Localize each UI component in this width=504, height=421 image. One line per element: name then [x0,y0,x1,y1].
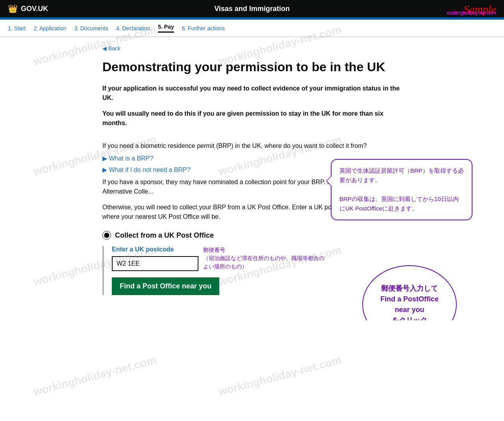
postcode-section: Enter a UK postcode 郵便番号 （宿泊施設など滞在住所のものや… [102,246,402,295]
jp-tooltip-line2: BRPの収集は、英国に到着してから10日以内にUK PostOfficeに赴きま… [339,194,464,213]
jp-speech-line2: Find a PostOffice [380,294,439,305]
tab-declaration[interactable]: 4. Declaration [116,25,150,31]
content-wrapper: ◀ Back Demonstrating your permission to … [102,45,402,295]
crown-icon: 👑 [8,4,18,13]
jp-speech-line1: 郵便番号入力して [381,283,438,294]
brp-question: If you need a biometric residence permit… [102,141,402,151]
jp-tooltip-bubble: 英国で生体認証居留許可（BRP）を取得する必要があります。 BRPの収集は、英国… [331,159,472,220]
jp-tooltip-line1: 英国で生体認証居留許可（BRP）を取得する必要があります。 [339,166,464,185]
back-label: Back [108,45,120,52]
back-arrow: ◀ [102,45,107,52]
jp-postcode-note: 郵便番号 （宿泊施設など滞在住所のものや、職場等都合のよい場所のもの） [203,246,329,271]
find-post-office-button[interactable]: Find a Post Office near you [112,277,219,295]
gov-logo: 👑 GOV.UK [8,4,48,13]
intro-paragraph-2: You will usually need to do this if you … [102,109,402,128]
gov-logo-text: GOV.UK [21,5,48,13]
header-watermark-url: workingholiday-net.com [447,10,496,16]
header-title: Visas and Immigration [214,5,290,13]
radio-collect-post-office[interactable]: Collect from a UK Post Office [102,231,402,240]
page-title: Demonstrating your permission to be in t… [102,59,402,74]
tab-further[interactable]: 6. Further actions [182,25,225,31]
tab-pay[interactable]: 5. Pay [158,24,174,33]
intro-paragraph-1: If your application is successful you ma… [102,84,402,103]
radio-post-office-input[interactable] [102,231,111,240]
radio-post-office-label: Collect from a UK Post Office [115,231,214,240]
main-content: ◀ Back Demonstrating your permission to … [91,37,413,320]
jp-speech-line4: をクリック [392,315,427,320]
tab-application[interactable]: 2. Application [33,25,66,31]
postcode-form: Enter a UK postcode [112,246,198,277]
back-link[interactable]: ◀ Back [102,45,120,52]
site-header: 👑 GOV.UK Visas and Immigration Sample wo… [0,0,504,17]
tab-documents[interactable]: 3. Documents [74,25,108,31]
progress-nav: 1. Start 2. Application 3. Documents 4. … [0,20,504,37]
jp-speech-line3: near you [395,305,424,315]
tab-start[interactable]: 1. Start [8,25,26,31]
postcode-input[interactable] [112,256,198,271]
postcode-label: Enter a UK postcode [112,246,198,253]
